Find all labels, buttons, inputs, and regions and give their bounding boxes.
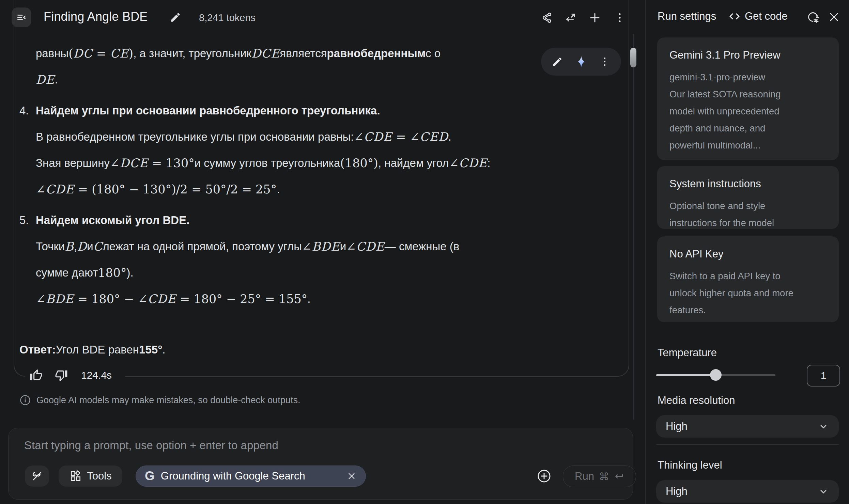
thumbs-up-button[interactable]: [29, 368, 44, 383]
text-line: Switch to a paid API key to: [669, 268, 827, 285]
text: с о: [426, 47, 441, 60]
text-line: instructions for the model: [669, 215, 827, 232]
api-key-title: No API Key: [669, 248, 827, 260]
remove-grounding-button[interactable]: [346, 471, 357, 481]
text-line: unlock higher quota and more: [669, 285, 827, 302]
bold-text: Найдем углы при основании равнобедренног…: [36, 104, 380, 117]
temperature-slider-track[interactable]: [656, 374, 775, 376]
media-resolution-select[interactable]: High: [656, 415, 839, 438]
api-key-card[interactable]: No API Key Switch to a paid API key toun…: [657, 236, 839, 322]
bold-text: 155°: [139, 343, 162, 356]
thinking-level-select[interactable]: High: [656, 480, 839, 503]
edit-pencil-icon: [552, 56, 563, 67]
math-expression: 180°: [98, 266, 126, 280]
list-item-heading: 5.Найдем искомый угол BDE.: [19, 207, 629, 233]
text: :: [487, 157, 490, 170]
response-line: Зная вершину ∠DCE = 130° и сумму углов т…: [19, 150, 629, 176]
attach-button[interactable]: [536, 468, 552, 484]
model-card[interactable]: Gemini 3.1 Pro Preview gemini-3.1-pro-pr…: [657, 37, 839, 160]
list-number: 5.: [19, 214, 36, 227]
thinking-level-value: High: [666, 485, 688, 498]
chat-scrollbar-track[interactable]: [633, 34, 634, 420]
math-expression: C: [93, 240, 103, 253]
grounding-chip[interactable]: G Grounding with Google Search: [136, 466, 366, 487]
response-line: Точки B, D и C лежат на одной прямой, по…: [19, 233, 629, 259]
model-response-text: равны (DC = CE), а значит, треугольник D…: [19, 40, 629, 363]
bold-text: равнобедренным: [327, 47, 426, 60]
return-key-icon: [614, 471, 624, 482]
temperature-label: Temperature: [658, 347, 717, 359]
math-expression: ∠BDE = 180° − ∠CDE = 180° − 25° = 155°: [36, 292, 307, 306]
math-expression: B: [65, 240, 74, 253]
chevron-down-icon: [818, 421, 829, 432]
text-line: powerful multimodal...: [669, 137, 827, 154]
settings-divider: [656, 444, 839, 445]
message-hover-toolbar: [541, 48, 621, 76]
tools-button-label: Tools: [87, 470, 111, 482]
get-code-label: Get code: [745, 10, 788, 22]
math-expression: ∠DCE = 130°: [110, 156, 195, 170]
reset-settings-button[interactable]: [805, 10, 820, 25]
text: сумме дают: [36, 266, 98, 279]
thinking-level-label: Thinking level: [658, 459, 722, 471]
text-line: depth and nuance, and: [669, 120, 827, 137]
prompt-toolbar: Tools G Grounding with Google Search Run…: [9, 466, 633, 487]
text-line: Optional tone and style: [669, 198, 827, 215]
math-expression: D: [77, 240, 87, 253]
text: Точки: [36, 240, 65, 253]
text: и: [87, 240, 93, 253]
math-expression: DCE: [251, 47, 280, 60]
temperature-slider-thumb[interactable]: [710, 369, 722, 381]
close-icon: [828, 11, 840, 23]
edit-message-button[interactable]: [550, 54, 565, 69]
text: .: [307, 293, 310, 305]
temperature-value[interactable]: 1: [807, 365, 840, 387]
response-line: В равнобедренном треугольнике углы при о…: [19, 124, 629, 150]
response-footer: 124.4s: [25, 364, 125, 387]
math-expression: ∠CDE: [449, 156, 487, 170]
prompt-input[interactable]: Start typing a prompt, use option + ente…: [24, 439, 278, 452]
chat-scrollbar-thumb[interactable]: [630, 48, 636, 67]
text: равны: [36, 47, 68, 60]
text: лежат на одной прямой, поэтому углы: [103, 240, 302, 253]
text: .: [277, 183, 280, 196]
ink-draw-toggle-button[interactable]: [25, 466, 49, 487]
text: Зная вершину: [36, 157, 110, 170]
api-key-description: Switch to a paid API key tounlock higher…: [669, 268, 827, 319]
response-line: ∠CDE = (180° − 130°)/2 = 50°/2 = 25°.: [19, 176, 629, 202]
temperature-slider[interactable]: [656, 369, 775, 381]
reset-settings-icon: [806, 10, 820, 24]
get-code-button[interactable]: Get code: [728, 10, 788, 22]
disclaimer: Google AI models may make mistakes, so d…: [19, 394, 300, 406]
text: ,: [74, 240, 77, 253]
prompt-input-container: Start typing a prompt, use option + ente…: [8, 428, 633, 500]
system-instructions-card[interactable]: System instructions Optional tone and st…: [657, 166, 839, 229]
response-line: сумме дают 180°).: [19, 259, 629, 286]
math-expression: ∠CDE = (180° − 130°)/2 = 50°/2 = 25°: [36, 183, 277, 196]
sidebar-divider: [645, 0, 646, 504]
message-more-button[interactable]: [597, 54, 612, 69]
chevron-down-icon: [818, 486, 829, 497]
text-line: gemini-3.1-pro-preview: [669, 69, 827, 86]
run-button[interactable]: Run ⌘: [563, 466, 636, 487]
tools-button[interactable]: Tools: [59, 466, 122, 487]
ai-actions-button[interactable]: [574, 54, 589, 69]
close-settings-button[interactable]: [827, 10, 842, 25]
sparkle-icon: [575, 55, 588, 68]
text: , а значит, треугольник: [133, 47, 251, 60]
system-instructions-title: System instructions: [669, 178, 827, 190]
math-expression: (DC = CE): [68, 47, 133, 60]
grounding-chip-label: Grounding with Google Search: [161, 470, 305, 482]
model-description: gemini-3.1-pro-previewOur latest SOTA re…: [669, 69, 827, 154]
list-number: 4.: [19, 104, 36, 117]
thumbs-down-button[interactable]: [54, 368, 69, 383]
temperature-slider-fill: [656, 374, 716, 376]
google-g-icon: G: [145, 469, 155, 483]
thumbs-down-icon: [55, 369, 68, 382]
code-icon: [728, 10, 741, 22]
run-settings-title: Run settings: [658, 10, 716, 22]
bold-text: Ответ:: [19, 343, 56, 356]
plus-circle-icon: [537, 469, 552, 484]
response-line: ∠BDE = 180° − ∠CDE = 180° − 25° = 155°.: [19, 286, 629, 312]
disclaimer-text: Google AI models may make mistakes, so d…: [36, 395, 300, 406]
